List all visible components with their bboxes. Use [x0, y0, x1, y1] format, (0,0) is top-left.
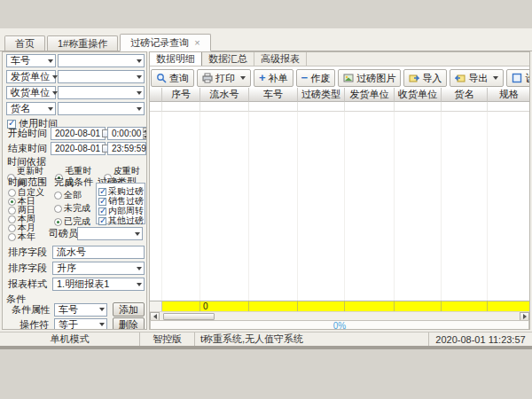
- goods-field-select[interactable]: 货名: [6, 102, 56, 115]
- col-header-spec[interactable]: 规格: [488, 88, 530, 102]
- status-edition: 智控版: [140, 332, 195, 346]
- goods-value-combo[interactable]: [58, 102, 145, 115]
- tab-close-icon[interactable]: ×: [194, 38, 200, 48]
- print-button[interactable]: 打印: [197, 69, 251, 87]
- export-icon: [455, 73, 466, 83]
- chevron-down-icon: [137, 283, 142, 286]
- condition-attr-label: 条件属性: [12, 303, 54, 317]
- end-time-spinner[interactable]: 23:59:59: [107, 142, 146, 155]
- condition-op-select[interactable]: 等于: [54, 318, 107, 331]
- supplement-button[interactable]: + 补单: [254, 69, 293, 87]
- spinner-buttons[interactable]: [143, 128, 147, 139]
- chevron-down-icon: [137, 91, 142, 95]
- vehicle-field-select[interactable]: 车号: [6, 54, 56, 67]
- radio-icon[interactable]: [54, 205, 62, 213]
- spin-down-icon[interactable]: [143, 134, 147, 139]
- query-button[interactable]: 查询: [151, 69, 194, 87]
- field-label: 货名: [11, 102, 30, 115]
- finish-finished[interactable]: 已完成: [54, 215, 90, 228]
- condition-attr-row: 条件属性 车号 添加: [12, 302, 146, 317]
- col-header-shipper[interactable]: 发货单位: [345, 88, 395, 102]
- scroll-left-icon[interactable]: [150, 312, 160, 321]
- goods-filter-row: 货名: [6, 102, 145, 115]
- window-bottom-edge: [0, 346, 532, 349]
- end-date-picker[interactable]: 2020-08-01: [51, 142, 106, 155]
- start-time-row: 开始时间 2020-08-01 0:00:00: [8, 127, 146, 140]
- type-other[interactable]: 其他过磅: [98, 215, 144, 227]
- delete-condition-button[interactable]: 删除: [113, 317, 145, 330]
- radio-label: 已完成: [64, 215, 90, 228]
- checkbox-icon[interactable]: [98, 217, 106, 225]
- subtab-data-summary[interactable]: 数据汇总: [202, 52, 254, 66]
- chevron-down-icon: [99, 308, 105, 311]
- col-header-vehicle[interactable]: 车号: [249, 88, 298, 102]
- end-time-label: 结束时间: [8, 142, 51, 155]
- condition-attr-select[interactable]: 车号: [54, 303, 107, 317]
- status-system-name: t称重系统,无人值守系统: [195, 332, 429, 346]
- status-mode: 单机模式: [0, 332, 140, 346]
- weigh-photo-button[interactable]: 过磅图片: [338, 69, 401, 87]
- chevron-down-icon: [135, 232, 140, 236]
- shipper-field-select[interactable]: 发货单位: [6, 70, 56, 83]
- scroll-right-icon[interactable]: [520, 312, 529, 321]
- sort-field-value: 流水号: [57, 246, 86, 259]
- col-header-weigh-type[interactable]: 过磅类型: [298, 88, 345, 102]
- finish-unfinished[interactable]: 未完成: [54, 202, 90, 215]
- report-style-label: 报表样式: [8, 278, 52, 291]
- table-body[interactable]: [150, 112, 529, 301]
- tab-home[interactable]: 首页: [4, 35, 45, 51]
- radio-icon[interactable]: [54, 192, 62, 200]
- tab-weighing-record-query[interactable]: 过磅记录查询 ×: [120, 34, 210, 51]
- settings-button[interactable]: 设置: [506, 69, 530, 87]
- printer-icon: [202, 73, 213, 83]
- start-time-spinner[interactable]: 0:00:00: [107, 127, 146, 140]
- tab-bar: 首页 1#称重操作 过磅记录查询 ×: [0, 34, 532, 51]
- field-label: 发货单位: [11, 70, 50, 83]
- weigher-combo[interactable]: [77, 227, 143, 240]
- shipper-value-combo[interactable]: [58, 70, 145, 83]
- end-time-row: 结束时间 2020-08-01 23:59:59: [8, 142, 146, 155]
- export-button[interactable]: 导出: [450, 69, 504, 87]
- import-button[interactable]: 导入: [403, 69, 447, 87]
- report-style-value: 1.明细报表1: [57, 278, 109, 291]
- condition-op-label: 操作符: [12, 318, 54, 331]
- sort-order-label: 排序字段: [8, 262, 52, 275]
- subtab-data-detail[interactable]: 数据明细: [150, 52, 202, 66]
- sort-order-select[interactable]: 升序: [52, 262, 145, 275]
- receiver-value-combo[interactable]: [58, 86, 145, 99]
- radio-icon[interactable]: [8, 233, 16, 241]
- start-time-value: 0:00:00: [112, 129, 141, 138]
- tab-label: 过磅记录查询: [130, 36, 189, 50]
- vehicle-value-combo[interactable]: [58, 54, 145, 67]
- chevron-down-icon: [137, 75, 142, 79]
- sort-field-input[interactable]: 流水号: [52, 246, 145, 259]
- col-header-serial[interactable]: 序号: [162, 88, 200, 102]
- horizontal-scrollbar[interactable]: [150, 311, 529, 320]
- report-style-select[interactable]: 1.明细报表1: [52, 278, 145, 291]
- scrollbar-thumb[interactable]: [163, 313, 215, 320]
- chevron-down-icon[interactable]: [493, 76, 498, 80]
- search-icon: [156, 73, 167, 83]
- add-condition-button[interactable]: 添加: [113, 302, 145, 317]
- end-date-value: 2020-08-01: [55, 144, 100, 153]
- chevron-down-icon[interactable]: [240, 76, 246, 80]
- radio-label: 本年: [18, 231, 35, 243]
- tab-weighing-operation[interactable]: 1#称重操作: [47, 35, 118, 51]
- minus-icon: −: [301, 73, 309, 83]
- col-header-goods[interactable]: 货名: [442, 88, 488, 102]
- sort-field-row: 排序字段 流水号: [8, 246, 146, 259]
- void-button[interactable]: − 作废: [296, 69, 336, 87]
- col-header-flow-no[interactable]: 流水号: [200, 88, 249, 102]
- subtab-advanced-report[interactable]: 高级报表: [254, 52, 307, 66]
- range-this-year[interactable]: 本年: [8, 231, 35, 243]
- start-date-picker[interactable]: 2020-08-01: [51, 127, 106, 140]
- status-timestamp: 2020-08-01 11:23:57: [429, 332, 532, 346]
- col-header-receiver[interactable]: 收货单位: [395, 88, 442, 102]
- finish-all[interactable]: 全部: [54, 189, 82, 201]
- sort-order-value: 升序: [57, 262, 76, 275]
- receiver-field-select[interactable]: 收货单位: [6, 86, 56, 99]
- spin-up-icon[interactable]: [143, 128, 147, 133]
- chevron-down-icon: [99, 323, 105, 326]
- radio-icon[interactable]: [54, 218, 62, 226]
- weigher-row: 司磅员: [49, 227, 146, 240]
